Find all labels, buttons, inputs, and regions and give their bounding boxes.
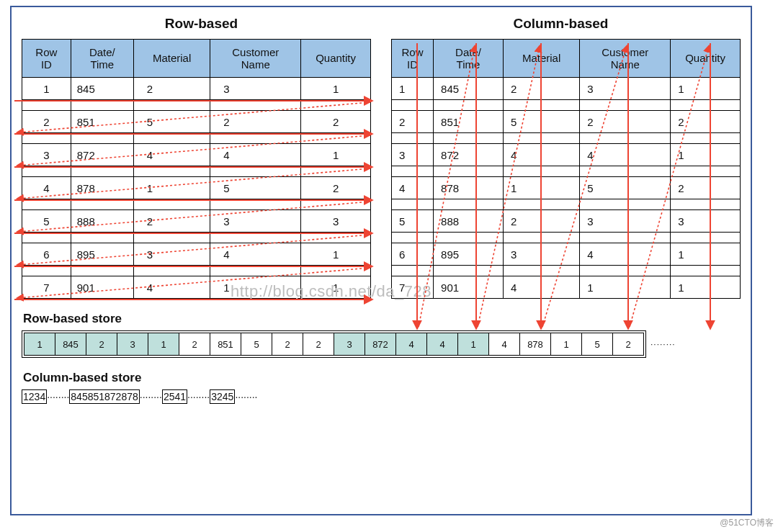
- gap-cell: [392, 166, 434, 177]
- cell: 1: [671, 144, 741, 166]
- gap-cell: [503, 233, 579, 243]
- cell: 895: [71, 243, 133, 266]
- cell: 851: [434, 111, 504, 133]
- gap-cell: [434, 166, 504, 177]
- cell: 5: [503, 111, 579, 133]
- gap-cell: [301, 133, 371, 144]
- cell: 2: [301, 177, 371, 199]
- store-cell: 2: [164, 391, 169, 402]
- store-cell: 5: [581, 333, 613, 356]
- gap-cell: [301, 166, 371, 177]
- cell: 3: [580, 78, 671, 100]
- cell: 1: [22, 78, 71, 100]
- gap-cell: [71, 233, 133, 243]
- col-store-strip: 1234········845851872878········2541····…: [22, 389, 741, 404]
- col-header: Row ID: [392, 40, 434, 78]
- col-header: Customer Name: [580, 40, 671, 78]
- cell: 845: [71, 78, 133, 100]
- cell: 2: [133, 78, 210, 100]
- gap-cell: [580, 133, 671, 144]
- table-row: 7901411: [22, 276, 371, 299]
- cell: 4: [392, 177, 434, 199]
- store-cell: 2: [217, 391, 223, 402]
- cell: 5: [133, 111, 210, 133]
- gap-cell: [210, 199, 301, 210]
- store-cell: 2: [179, 333, 210, 356]
- row-store-strip: 1845231285152238724414878152 ········: [22, 330, 741, 358]
- store-cell: 3: [35, 391, 40, 402]
- ellipsis: ········: [47, 391, 69, 402]
- gap-cell: [671, 100, 741, 111]
- col-header: Material: [133, 40, 210, 78]
- col-based-table-wrap: Row ID Date/ Time Material Customer Name…: [391, 39, 741, 299]
- store-group: 2541: [162, 389, 187, 404]
- gap-cell: [22, 233, 71, 243]
- cell: 888: [71, 210, 133, 233]
- store-group: 1234: [22, 389, 47, 404]
- store-cell: 851: [88, 391, 104, 402]
- title-row-based: Row-based: [22, 14, 381, 39]
- col-header: Row ID: [22, 40, 71, 78]
- tables-container: Row ID Date/ Time Material Customer Name…: [22, 39, 741, 299]
- store-cell: 4: [395, 333, 427, 356]
- store-cell: 3: [334, 333, 365, 356]
- gap-cell: [301, 266, 371, 276]
- gap-cell: [133, 266, 210, 276]
- cell: 901: [71, 276, 133, 299]
- gap-cell: [22, 166, 71, 177]
- title-column-based: Column-based: [381, 14, 741, 39]
- store-cell: 5: [228, 391, 234, 402]
- col-header: Date/ Time: [71, 40, 133, 78]
- row-store-cells: 1845231285152238724414878152: [22, 330, 646, 358]
- gap-cell: [71, 266, 133, 276]
- cell: 5: [580, 177, 671, 199]
- cell: 1: [671, 78, 741, 100]
- gap-cell: [301, 233, 371, 243]
- gap-cell: [210, 133, 301, 144]
- gap-cell: [503, 100, 579, 111]
- table-row: 7901411: [392, 276, 741, 299]
- gap-cell: [210, 100, 301, 111]
- gap-cell: [503, 266, 579, 276]
- watermark: @51CTO博客: [720, 517, 774, 529]
- cell: 7: [22, 276, 71, 299]
- cell: 845: [434, 78, 504, 100]
- cell: 3: [392, 144, 434, 166]
- store-cell: 2: [272, 333, 303, 356]
- cell: 901: [434, 276, 504, 299]
- gap-cell: [22, 100, 71, 111]
- cell: 5: [392, 210, 434, 233]
- store-cell: 872: [365, 333, 396, 356]
- cell: 2: [671, 177, 741, 199]
- gap-cell: [503, 199, 579, 210]
- col-header: Customer Name: [210, 40, 301, 78]
- table-row: 1845231: [22, 78, 371, 100]
- store-cell: 3: [117, 333, 148, 356]
- cell: 2: [580, 111, 671, 133]
- cell: 2: [210, 111, 301, 133]
- gap-cell: [133, 166, 210, 177]
- ellipsis: ········: [646, 339, 680, 349]
- gap-cell: [71, 133, 133, 144]
- cell: 878: [434, 177, 504, 199]
- gap-cell: [71, 100, 133, 111]
- table-row: 2851522: [392, 111, 741, 133]
- store-cell: 1: [457, 333, 489, 356]
- cell: 3: [671, 210, 741, 233]
- store-cell: 4: [223, 391, 228, 402]
- table-row: 1845231: [392, 78, 741, 100]
- store-cell: 872: [104, 391, 121, 402]
- gap-cell: [671, 133, 741, 144]
- store-cell: 5: [241, 333, 272, 356]
- titles-row: Row-based Column-based: [22, 14, 741, 39]
- store-cell: 1: [550, 333, 582, 356]
- gap-cell: [22, 133, 71, 144]
- cell: 3: [210, 78, 301, 100]
- gap-cell: [301, 100, 371, 111]
- cell: 895: [434, 243, 504, 266]
- store-cell: 4: [174, 391, 180, 402]
- cell: 1: [671, 276, 741, 299]
- gap-cell: [580, 199, 671, 210]
- gap-cell: [210, 233, 301, 243]
- gap-cell: [392, 233, 434, 243]
